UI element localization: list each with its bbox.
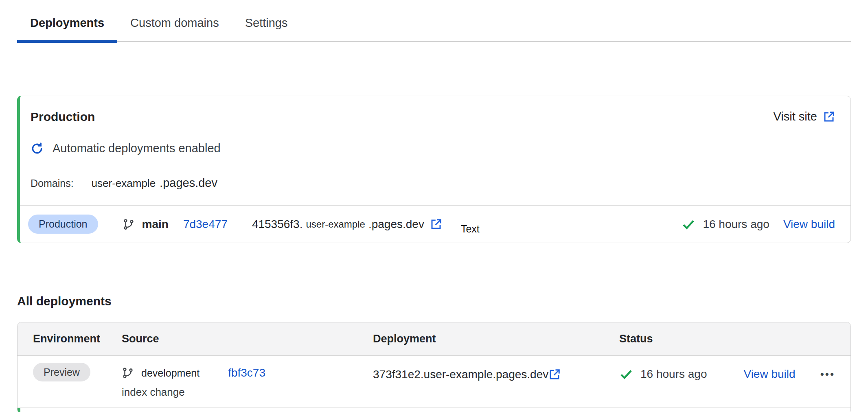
tab-settings[interactable]: Settings [232,10,301,43]
deployment-id: 373f31e2. [373,368,424,381]
auto-deploy-status: Automatic deployments enabled [31,142,835,155]
deployments-table: Environment Source Deployment Status Pre… [17,322,851,412]
environment-badge-production: Production [28,215,98,234]
commit-message: index change [122,386,373,399]
external-link-icon [823,111,835,123]
deployment-time: 16 hours ago [640,368,707,381]
auto-deploy-text: Automatic deployments enabled [53,142,221,155]
environment-badge-preview: Preview [33,363,90,381]
deployment-user: user-example [306,219,365,230]
domains-row: Domains: user-example .pages.dev [31,176,835,190]
text-annotation: Text [461,223,480,235]
table-row-partial [18,408,850,412]
row-menu-button[interactable]: ••• [820,369,835,379]
column-header-deployment: Deployment [373,333,619,345]
deployment-url: 415356f3. user-example .pages.dev [252,218,442,231]
external-link-icon[interactable] [548,368,561,381]
git-branch-icon [123,218,135,230]
tab-deployments[interactable]: Deployments [17,10,117,43]
production-deployment-row: Production main 7d3e477 415356f3. user-e… [20,205,850,243]
deployment-suffix: .pages.dev [493,368,548,381]
tab-custom-domains[interactable]: Custom domains [117,10,232,43]
commit-link[interactable]: 7d3e477 [183,218,228,231]
domain-user: user-example [92,177,156,190]
view-build-link[interactable]: View build [743,368,795,381]
column-header-status: Status [619,333,850,345]
production-card-top: Production Visit site Automatic deployme… [20,96,850,205]
branch-name: development [141,367,199,379]
refresh-icon [31,142,44,155]
git-branch-icon [122,367,134,379]
domains-label: Domains: [31,178,74,189]
check-icon [619,367,633,381]
deployment-time: 16 hours ago [703,218,769,231]
external-link-icon[interactable] [430,218,442,230]
column-header-environment: Environment [18,333,122,345]
view-build-link[interactable]: View build [783,218,835,231]
branch-name: main [142,218,169,231]
production-title: Production [31,110,95,124]
check-icon [682,217,695,231]
all-deployments-title: All deployments [17,294,868,308]
visit-site-link[interactable]: Visit site [774,110,835,123]
column-header-source: Source [122,333,373,345]
visit-site-label: Visit site [774,110,817,123]
domain-suffix: .pages.dev [160,176,217,190]
table-header: Environment Source Deployment Status [18,322,850,356]
deployment-user: user-example [424,368,493,381]
deployment-url: 373f31e2. user-example .pages.dev [373,366,619,381]
table-row: Preview development fbf3c73 index change… [18,356,850,408]
deployment-id: 415356f3. [252,218,303,231]
deployment-suffix: .pages.dev [368,218,424,231]
production-card: Production Visit site Automatic deployme… [17,96,851,243]
tab-bar: Deployments Custom domains Settings [17,0,851,43]
commit-link[interactable]: fbf3c73 [228,366,265,379]
